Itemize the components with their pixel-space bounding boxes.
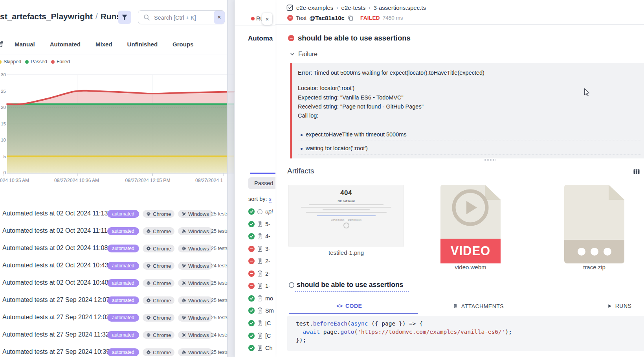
- artifact-video-card[interactable]: VIDEO: [440, 185, 501, 263]
- test-result-item[interactable]: Ch: [248, 344, 273, 352]
- env-chip-label: Chrome: [153, 350, 171, 355]
- svg-text:25: 25: [1, 89, 6, 94]
- test-result-item[interactable]: upl: [248, 208, 273, 215]
- run-list-item[interactable]: Automated tests at 02 Oct 2024 10:43auto…: [0, 261, 227, 272]
- breadcrumb-segment[interactable]: 3-assertions.spec.ts: [374, 4, 426, 11]
- env-chip-label: Windows: [188, 298, 209, 304]
- runs-filter-tab-automated[interactable]: Automated: [50, 41, 81, 48]
- artifact-video-label[interactable]: video.webm: [440, 264, 501, 271]
- gear-icon: [146, 229, 151, 234]
- tab-runs[interactable]: RUNS: [608, 303, 632, 309]
- error-message-line: Call log:: [298, 112, 318, 119]
- run-list-item[interactable]: Automated tests at 27 Sep 2024 12:07auto…: [0, 295, 227, 307]
- legend-item-passed: Passed: [25, 59, 47, 64]
- run-list-item[interactable]: Automated tests at 02 Oct 2024 11:08auto…: [0, 243, 227, 255]
- second-test-title[interactable]: should be able to use assertions: [297, 281, 403, 289]
- test-result-item[interactable]: [C: [248, 319, 271, 327]
- error-message-line: Error: Timed out 5000ms waiting for expe…: [298, 70, 484, 76]
- test-result-item[interactable]: 2-: [248, 270, 270, 278]
- env-chip-chrome: Chrome: [143, 279, 174, 287]
- test-result-item[interactable]: mo: [248, 294, 273, 302]
- env-chip-chrome: Chrome: [143, 314, 174, 322]
- artifact-zip-label[interactable]: trace.zip: [564, 264, 624, 271]
- panel-close-button[interactable]: ×: [214, 11, 225, 24]
- passed-filter-button[interactable]: Passed: [248, 177, 275, 189]
- run-title: Automated tests at 02 Oct 2024 11:08: [2, 245, 108, 252]
- env-chip-chrome: Chrome: [143, 262, 174, 270]
- run-list-item[interactable]: Automated tests at 02 Oct 2024 10:40auto…: [0, 278, 227, 290]
- error-message-line: Expected string: "Vanilla ES6 • TodoMVC": [298, 94, 404, 101]
- breadcrumb-segment[interactable]: e2e-examples: [296, 4, 333, 11]
- runs-filter-tab-manual[interactable]: Manual: [15, 41, 35, 48]
- tabs-divider: [0, 55, 235, 55]
- env-chip-label: Windows: [188, 332, 209, 338]
- failed-circle-icon: [287, 15, 293, 21]
- clipboard-icon: [257, 320, 263, 326]
- thumb-404-title: 404: [289, 189, 404, 197]
- run-title: Automated tests at 27 Sep 2024 10:35: [2, 348, 110, 355]
- clipboard-icon: [257, 258, 263, 264]
- runs-filter-tab-unfinished[interactable]: Unfinished: [127, 41, 158, 48]
- svg-text:5: 5: [4, 154, 6, 159]
- run-tests-count: 25 tests: [211, 280, 228, 286]
- run-type-badge: automated: [107, 227, 139, 235]
- legend-item-failed: Failed: [51, 59, 70, 64]
- failed-minus-icon: [248, 283, 255, 289]
- legend-dot: [25, 60, 29, 64]
- runs-trend-chart: 051015202530: [0, 68, 235, 186]
- run-tests-count: 24 tests: [211, 263, 228, 269]
- test-result-item[interactable]: Sm: [248, 307, 274, 315]
- run-list-item[interactable]: Automated tests at 27 Sep 2024 12:03auto…: [0, 313, 227, 324]
- run-list-item[interactable]: Automated tests at 02 Oct 2024 11:13auto…: [0, 209, 227, 221]
- thumb-blur-line: [301, 207, 391, 208]
- runs-sync-icon[interactable]: [0, 41, 4, 48]
- test-result-item[interactable]: 4-: [248, 232, 270, 240]
- grid-view-icon[interactable]: [633, 169, 640, 174]
- test-result-label: mo: [265, 295, 273, 302]
- env-chip-chrome: Chrome: [143, 245, 174, 252]
- run-list-item[interactable]: Automated tests at 02 Oct 2024 11:11auto…: [0, 226, 227, 238]
- legend-dot: [51, 60, 55, 64]
- breadcrumb-segment[interactable]: e2e-tests: [341, 4, 366, 11]
- env-chip-chrome: Chrome: [143, 210, 174, 218]
- tab-attachments[interactable]: ATTACHMENTS: [453, 303, 504, 309]
- env-chip-label: Windows: [188, 211, 209, 217]
- artifact-trace-card[interactable]: [564, 185, 624, 263]
- zip-band: [564, 240, 624, 263]
- thumb-link-line: [317, 215, 376, 216]
- gear-icon: [182, 333, 186, 337]
- env-chip-label: Windows: [188, 228, 209, 234]
- tab-code[interactable]: <>CODE: [337, 303, 362, 309]
- gear-icon: [146, 333, 151, 337]
- runs-filter-tab-groups[interactable]: Groups: [172, 41, 193, 48]
- svg-text:30: 30: [1, 72, 6, 77]
- run-title: Automated tests at 02 Oct 2024 10:40: [2, 279, 108, 286]
- error-message-box: Error: Timed out 5000ms waiting for expe…: [290, 63, 644, 158]
- copy-icon[interactable]: [347, 15, 354, 21]
- run-list-item[interactable]: Automated tests at 27 Sep 2024 10:35auto…: [0, 347, 227, 357]
- artifact-image-label[interactable]: testiled-1.png: [288, 249, 404, 256]
- artifact-screenshot-thumbnail[interactable]: 404 File not found GitHub Status — @gith…: [288, 185, 404, 247]
- drawer-close-button[interactable]: ×: [262, 13, 272, 25]
- legend-label: Skipped: [4, 59, 21, 64]
- test-result-item[interactable]: 1-: [248, 282, 270, 290]
- run-list-item[interactable]: Automated tests at 27 Sep 2024 11:32auto…: [0, 330, 227, 342]
- code-line: });: [296, 336, 644, 344]
- run-status-dot: [251, 17, 255, 20]
- failure-section-toggle[interactable]: Failure: [290, 51, 317, 58]
- passed-check-icon: [248, 295, 255, 302]
- search-input[interactable]: [153, 11, 214, 24]
- test-result-item[interactable]: [C: [248, 332, 271, 340]
- filter-button[interactable]: [118, 11, 131, 24]
- sort-by-link[interactable]: s: [269, 196, 272, 202]
- run-tests-count: 25 tests: [211, 350, 228, 355]
- test-result-item[interactable]: 3-: [248, 245, 270, 253]
- resize-handle[interactable]: [484, 159, 496, 162]
- runs-filter-tab-mixed[interactable]: Mixed: [95, 41, 112, 48]
- legend-item-skipped: Skipped: [0, 59, 21, 64]
- env-chip-chrome: Chrome: [143, 227, 174, 235]
- zip-dot: [591, 248, 598, 256]
- test-result-item[interactable]: 2-: [248, 257, 270, 265]
- test-result-item[interactable]: 5-: [248, 220, 270, 228]
- active-tab-underline: [289, 313, 418, 314]
